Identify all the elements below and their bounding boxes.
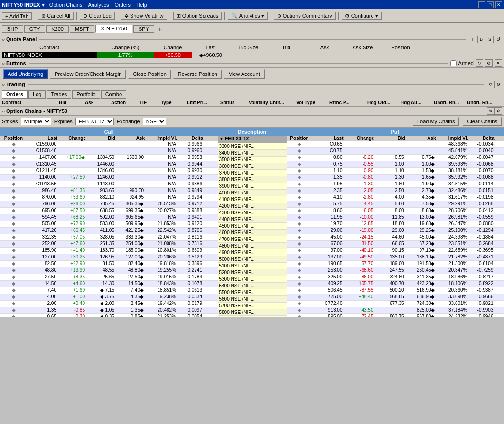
- put-row[interactable]: ◆ 895.00 -72.45 863.75 967.80◆ 24.232% -…: [287, 314, 504, 317]
- put-row[interactable]: ◆ 97.00 -40.10 90.15 97.10◆ 22.659% -0.3…: [287, 248, 504, 254]
- chains-settings-icon[interactable]: ⚙: [495, 107, 502, 115]
- put-row[interactable]: ◆ 1.35 -0.80 1.30 1.65◆ 35.992% -0.0088: [287, 175, 504, 181]
- menu-help[interactable]: Help: [136, 2, 147, 8]
- trading-tab-portfolio[interactable]: Portfolio: [72, 90, 100, 99]
- put-row[interactable]: ◆ C772.40 677.35 724.30◆ 33.601% -0.9821: [287, 301, 504, 307]
- desc-row[interactable]: 5000 NSE (NIF...: [218, 256, 287, 263]
- preview-order-button[interactable]: Preview Order/Check Margin: [50, 69, 126, 79]
- trading-tab-log[interactable]: Log: [28, 90, 46, 99]
- call-row[interactable]: ◆ 14.50 +4.60 14.30 14.50◆ 18.843% 0.107…: [0, 281, 218, 287]
- put-row[interactable]: ◆ C0.75 45.841% -0.0040: [287, 148, 504, 155]
- desc-row[interactable]: 5500 NSE (NIF...: [218, 289, 287, 296]
- trading-tab-combo[interactable]: Combo: [101, 90, 126, 99]
- close-position-button[interactable]: Close Position: [128, 69, 171, 79]
- desc-row[interactable]: 4000 NSE (NIF...: [218, 190, 287, 196]
- call-row[interactable]: ◆ 986.40 +81.35 983.65 990.70 N/A 0.9849: [0, 188, 218, 194]
- desc-row[interactable]: 5400 NSE (NIF...: [218, 283, 287, 289]
- view-account-button[interactable]: View Account: [224, 69, 265, 79]
- add-underlying-button[interactable]: Add Underlying: [3, 69, 48, 79]
- put-row[interactable]: ◆ 5.75 -4.45 5.60 7.50◆ 29.991% -0.0288: [287, 201, 504, 208]
- put-row[interactable]: ◆ 0.80 -0.20 0.55 0.75◆ 42.679% -0.0047: [287, 155, 504, 161]
- menu-orders[interactable]: Orders: [115, 2, 131, 8]
- armed-checkbox[interactable]: [450, 60, 457, 66]
- put-row[interactable]: ◆ 725.00 +48.40 568.85 636.95◆ 33.690% -…: [287, 294, 504, 301]
- panel-icon-s[interactable]: S: [486, 36, 494, 43]
- desc-row[interactable]: 4500 NSE (NIF...: [218, 223, 287, 230]
- call-row[interactable]: ◆ C1211.45 1346.00 N/A 0.9930: [0, 168, 218, 175]
- close-button[interactable]: ✕: [495, 1, 502, 8]
- desc-row[interactable]: 4200 NSE (NIF...: [218, 203, 287, 210]
- tab-bhp[interactable]: BHP: [2, 25, 23, 33]
- put-row[interactable]: ◆ 29.00 -19.00 29.00 29.25◆ 25.100% -0.1…: [287, 228, 504, 234]
- call-row[interactable]: ◆ 417.20 +66.45 411.05 421.25◆ 22.542% 0…: [0, 228, 218, 234]
- put-row[interactable]: ◆ 19.70 -12.85 18.80 19.60◆ 26.347% -0.0…: [287, 221, 504, 228]
- desc-row[interactable]: 3800 NSE (NIF...: [218, 176, 287, 183]
- call-row[interactable]: ◆ 0.65 -0.30 ◆ 0.35 0.85◆ 21.253% 0.0054: [0, 314, 218, 317]
- exchange-select[interactable]: NSE: [143, 118, 166, 125]
- configure-button[interactable]: ⚙ Configure ▾: [342, 12, 382, 20]
- maximize-button[interactable]: □: [487, 1, 494, 8]
- call-row[interactable]: ◆ C1310.45 1446.00 N/A 0.9944: [0, 161, 218, 168]
- desc-row[interactable]: 4900 NSE (NIF...: [218, 249, 287, 256]
- close-panel-icon[interactable]: ✕: [495, 59, 502, 67]
- expiries-select[interactable]: FEB 23 '12: [75, 118, 114, 125]
- put-row[interactable]: ◆ 137.00 -49.50 135.00 138.10◆ 21.782% -…: [287, 254, 504, 261]
- minimize-button[interactable]: ─: [478, 1, 485, 8]
- call-row[interactable]: ◆ C1508.40 N/A 0.9960: [0, 148, 218, 155]
- refresh-icon[interactable]: ↻: [476, 59, 483, 67]
- call-row[interactable]: ◆ 48.80 +13.90 48.55 48.80◆ 19.255% 0.27…: [0, 267, 218, 274]
- desc-row[interactable]: 5900 NSE (NIF...: [218, 316, 287, 317]
- tab-k200[interactable]: K200: [46, 25, 69, 33]
- call-row[interactable]: ◆ 2.00 +0.40 ◆ 2.00 2.45◆ 19.442% 0.0179: [0, 301, 218, 307]
- load-chains-button[interactable]: Load My Chains: [412, 117, 460, 126]
- clear-chains-button[interactable]: Clear Chains: [462, 117, 502, 126]
- cancel-all-button[interactable]: ⊗ Cancel All: [38, 12, 74, 20]
- call-row[interactable]: ◆ 185.90 +41.40 183.70 185.00◆ 20.801% 0…: [0, 248, 218, 254]
- options-commentary-button[interactable]: ⊙ Options Commentary: [274, 12, 336, 20]
- desc-row[interactable]: 5200 NSE (NIF...: [218, 269, 287, 276]
- desc-row[interactable]: 4300 NSE (NIF...: [218, 210, 287, 216]
- clear-log-button[interactable]: ⊙ Clear Log: [80, 12, 115, 20]
- put-row[interactable]: ◆ 0.75 -0.55 1.00 1.00◆ 39.593% -0.0068: [287, 161, 504, 168]
- call-row[interactable]: ◆ C1013.55 1143.00 N/A 0.9886: [0, 181, 218, 188]
- show-volatility-button[interactable]: ✲ Show Volatility: [121, 12, 167, 20]
- call-row[interactable]: ◆ 1467.00 +17.00◆ 1384.50 1530.00 N/A 0.…: [0, 155, 218, 161]
- desc-row[interactable]: 3500 NSE (NIF...: [218, 157, 287, 163]
- call-row[interactable]: ◆ C1590.00 N/A 0.9966: [0, 141, 218, 148]
- desc-row[interactable]: 3700 NSE (NIF...: [218, 170, 287, 176]
- put-row[interactable]: ◆ 2.35 -2.05 2.50 2.70◆ 32.486% -0.0151: [287, 188, 504, 194]
- add-tab-button[interactable]: + Add Tab: [2, 12, 32, 20]
- call-row[interactable]: ◆ 82.50 +22.90 81.50 82.40◆ 19.818% 0.38…: [0, 261, 218, 267]
- app-title[interactable]: NIFTY50 INDEX ▾: [2, 2, 45, 8]
- put-row[interactable]: ◆ 253.00 -68.60 247.55 260.45◆ 20.347% -…: [287, 267, 504, 274]
- trading-settings-icon[interactable]: ⚙: [495, 81, 502, 88]
- put-row[interactable]: ◆ C0.65 48.368% -0.0034: [287, 141, 504, 148]
- desc-row[interactable]: 3900 NSE (NIF...: [218, 183, 287, 190]
- desc-row[interactable]: 5600 NSE (NIF...: [218, 296, 287, 303]
- put-row[interactable]: ◆ 4.10 -2.80 4.00 4.35◆ 31.617% -0.0198: [287, 194, 504, 201]
- call-row[interactable]: ◆ 1140.00 +27.50 1246.00 N/A 0.9912: [0, 175, 218, 181]
- chains-refresh-icon[interactable]: ↻: [487, 107, 495, 115]
- put-row[interactable]: ◆ 1.10 -0.90 1.10 1.50◆ 38.181% -0.0070: [287, 168, 504, 175]
- desc-row[interactable]: 5100 NSE (NIF...: [218, 263, 287, 269]
- put-row[interactable]: ◆ 8.60 -6.05 8.00 8.60◆ 28.706% -0.0412: [287, 208, 504, 214]
- desc-row[interactable]: 4800 NSE (NIF...: [218, 243, 287, 249]
- trading-refresh-icon[interactable]: ↻: [487, 81, 495, 88]
- put-row[interactable]: ◆ 409.25 -105.75 400.70 423.20◆ 18.106% …: [287, 281, 504, 287]
- tab-add-button[interactable]: +: [155, 25, 165, 33]
- call-row[interactable]: ◆ 27.50 +8.35 25.65 27.50◆ 19.015% 0.178…: [0, 274, 218, 281]
- call-row[interactable]: ◆ 127.00 +30.25 126.95 127.00◆ 20.206% 0…: [0, 254, 218, 261]
- call-row[interactable]: ◆ 252.00 +47.60 251.35 254.00◆ 21.008% 0…: [0, 241, 218, 248]
- strikes-select[interactable]: Multiple: [21, 118, 51, 125]
- call-row[interactable]: ◆ 332.35 +57.05 328.05 333.30◆ 22.047% 0…: [0, 234, 218, 241]
- desc-row[interactable]: 3600 NSE (NIF...: [218, 163, 287, 170]
- desc-row[interactable]: 4100 NSE (NIF...: [218, 196, 287, 203]
- put-row[interactable]: ◆ 190.65 -57.70 189.00 191.50◆ 21.300% -…: [287, 261, 504, 267]
- call-row[interactable]: ◆ 695.00 +87.50 688.55 699.35◆ 20.027% 0…: [0, 208, 218, 214]
- put-row[interactable]: ◆ 913.00 +43.50 825.00◆ 37.184% -0.9903: [287, 307, 504, 314]
- call-row[interactable]: ◆ 870.00 +53.60 882.10 924.95 N/A 0.9794: [0, 194, 218, 201]
- desc-row[interactable]: 4600 NSE (NIF...: [218, 230, 287, 236]
- desc-row[interactable]: 4400 NSE (NIF...: [218, 216, 287, 223]
- tab-nifty50[interactable]: ✕ NIFTY50: [95, 25, 132, 33]
- put-row[interactable]: ◆ 67.00 -31.50 66.05 67.20◆ 23.551% -0.2…: [287, 241, 504, 248]
